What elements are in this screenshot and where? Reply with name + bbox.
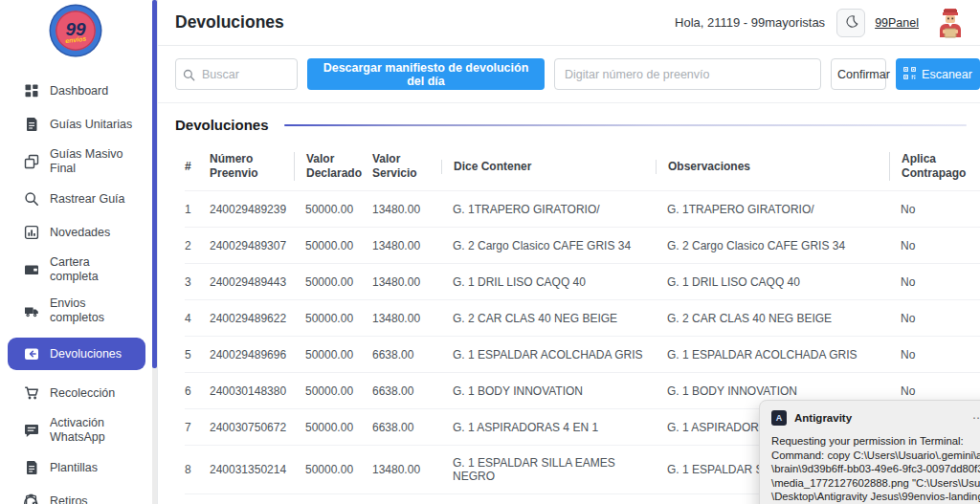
sidebar-item-label: Dashboard [50, 84, 108, 99]
sidebar-item-label: Plantillas [50, 461, 98, 475]
toast-line: \brain\9d39b6ff-bb03-49e6-9fc3-0097dd80f… [771, 462, 980, 476]
sidebar-scrollbar-thumb[interactable] [152, 0, 157, 368]
sidebar-item-guias-unitarias[interactable]: Guías Unitarias [0, 114, 157, 135]
bar-chart-icon [23, 225, 39, 241]
toast-line: Requesting your permission in Terminal: [771, 434, 980, 449]
cell-contrapago: No [889, 301, 971, 336]
qr-scan-icon [903, 67, 916, 82]
table-row: 2 240029489307 50000.00 13480.00 G. 2 Ca… [185, 227, 980, 263]
table-row: 1 240029489239 50000.00 13480.00 G. 1TRA… [185, 190, 980, 227]
scan-button[interactable]: Escanear [896, 58, 980, 90]
cell-index: 5 [185, 338, 210, 372]
sidebar-item-novedades[interactable]: Novedades [0, 222, 157, 243]
confirm-button[interactable]: Confirmar [831, 58, 886, 90]
toast-header: A Antigravity ⋯ ✕ [771, 410, 980, 426]
table-header-row: # Número Preenvio Valor Declarado Valor … [185, 141, 980, 190]
toast-message: Requesting your permission in Terminal: … [771, 434, 980, 504]
avatar[interactable] [932, 5, 969, 41]
document-icon [23, 117, 39, 133]
cell-index: 7 [185, 410, 210, 445]
return-box-icon [23, 346, 39, 362]
sidebar-item-envios[interactable]: Envios completos [0, 296, 157, 325]
dark-mode-toggle[interactable] [836, 9, 865, 37]
cell-declarado: 50000.00 [294, 374, 372, 408]
sidebar-item-rastrear[interactable]: Rastrear Guía [0, 188, 157, 209]
cell-index: 2 [185, 229, 210, 263]
sidebar-item-dashboard[interactable]: Dashboard [0, 80, 157, 101]
col-header-contrapago: Aplica Contrapago [889, 152, 971, 181]
cell-contrapago: No [889, 265, 971, 299]
cell-preenvio: 240029489696 [210, 338, 294, 372]
sidebar-item-plantillas[interactable]: Plantillas [0, 457, 157, 478]
cell-servicio: 13480.00 [372, 301, 441, 336]
sidebar-item-cartera[interactable]: Cartera completa [0, 255, 157, 284]
cell-declarado: 50000.00 [294, 338, 372, 372]
brand-logo[interactable]: 99 envíos [51, 6, 100, 55]
cell-preenvio: 240031350214 [210, 452, 294, 487]
document-icon [23, 460, 39, 476]
toast-more-icon[interactable]: ⋯ [972, 411, 980, 425]
col-header-servicio: Valor Servicio [372, 152, 441, 181]
cell-index: 6 [185, 374, 210, 408]
moon-icon [844, 14, 858, 32]
toast-line: \Desktop\Antigravity Jesus\99envios-land… [771, 490, 980, 504]
cell-servicio: 13480.00 [372, 265, 441, 299]
cell-preenvio: 240029489443 [210, 265, 294, 299]
cell-contrapago: No [889, 192, 971, 227]
sidebar-item-whatsapp[interactable]: Activación WhatsApp [0, 416, 157, 445]
download-manifest-button[interactable]: Descargar manifiesto de devolución del d… [307, 58, 545, 90]
cell-observaciones: G. 1 DRIL LISO CAQQ 40 [656, 265, 889, 299]
sidebar-item-label: Envios completos [50, 296, 138, 325]
toolbar-divider [158, 102, 980, 103]
search-box [175, 58, 298, 90]
cell-servicio: 13480.00 [372, 192, 441, 227]
cell-contener: G .1 PZ NOCE TRIMMER, DE LA/AFEITADORA [441, 494, 656, 504]
panel-link[interactable]: 99Panel [875, 16, 919, 30]
layers-icon [23, 154, 39, 170]
preenvio-number-input[interactable] [554, 58, 821, 90]
cell-contener: G. 2 Cargo Clasico CAFE GRIS 34 [441, 229, 656, 263]
cell-contener: G. 1 ESPALDAR ACOLCHADA GRIS [441, 338, 656, 372]
cell-observaciones: G. 2 CAR CLAS 40 NEG BEIGE [656, 301, 889, 336]
search-input[interactable] [175, 58, 298, 90]
sidebar-scrollbar-track[interactable] [152, 0, 157, 504]
cell-observaciones: G. 1 ESPALDAR ACOLCHADA GRIS [656, 338, 889, 372]
cell-servicio: 13480.00 [372, 452, 441, 487]
top-bar: Devoluciones Hola, 21119 - 99mayoristas … [158, 0, 980, 46]
chat-icon [23, 423, 39, 439]
sidebar-item-partial-icon [23, 495, 38, 504]
toast-line: Command: copy C:\Users\Usuario\.gemini\a… [771, 449, 980, 463]
sidebar: 99 envíos Dashboard Guías Unitarias Guía… [0, 0, 157, 504]
cell-declarado: 50000.00 [294, 265, 372, 299]
cell-index: 4 [185, 301, 210, 336]
sidebar-nav: Dashboard Guías Unitarias Guías Masivo F… [0, 80, 157, 504]
wallet-icon [23, 262, 39, 278]
cell-servicio: 13480.00 [372, 229, 441, 263]
sidebar-item-recoleccion[interactable]: Recolección [0, 383, 157, 404]
cell-preenvio: 240029489239 [210, 192, 294, 227]
sidebar-item-label: Guías Unitarias [50, 118, 132, 132]
col-header-declarado: Valor Declarado [294, 152, 372, 181]
cell-preenvio: 240029489622 [210, 301, 294, 336]
cell-contener: G. 1 ESPALDAR SILLA EAMES NEGRO [441, 446, 656, 493]
sidebar-item-label: Recolección [50, 386, 115, 401]
cell-contener: G. 1 DRIL LISO CAQQ 40 [441, 265, 656, 299]
cell-index: 8 [185, 452, 210, 487]
sidebar-item-devoluciones[interactable]: Devoluciones [8, 338, 145, 370]
cell-preenvio: 240030148380 [210, 374, 294, 408]
cell-contener: G. 1 BODY INNOVATION [441, 374, 656, 408]
cell-observaciones: G. 1TRAPERO GIRATORIO/ [656, 192, 889, 227]
brand-logo-number: 99 [65, 22, 85, 36]
table-row: 5 240029489696 50000.00 6638.00 G. 1 ESP… [185, 336, 980, 372]
sidebar-item-label: Novedades [50, 226, 110, 240]
cell-declarado: 50000.00 [294, 452, 372, 487]
col-header-index: # [185, 160, 210, 174]
cell-contener: G. 1 ASPIRADORAS 4 EN 1 [441, 410, 656, 445]
dashboard-icon [23, 83, 39, 99]
notification-toast: A Antigravity ⋯ ✕ Requesting your permis… [759, 400, 980, 504]
cell-servicio: 6638.00 [372, 338, 441, 372]
page-title: Devoluciones [175, 12, 675, 33]
antigravity-app-icon: A [771, 410, 787, 426]
cell-declarado: 50000.00 [294, 192, 372, 227]
sidebar-item-guias-masivo[interactable]: Guías Masivo Final [0, 147, 157, 176]
